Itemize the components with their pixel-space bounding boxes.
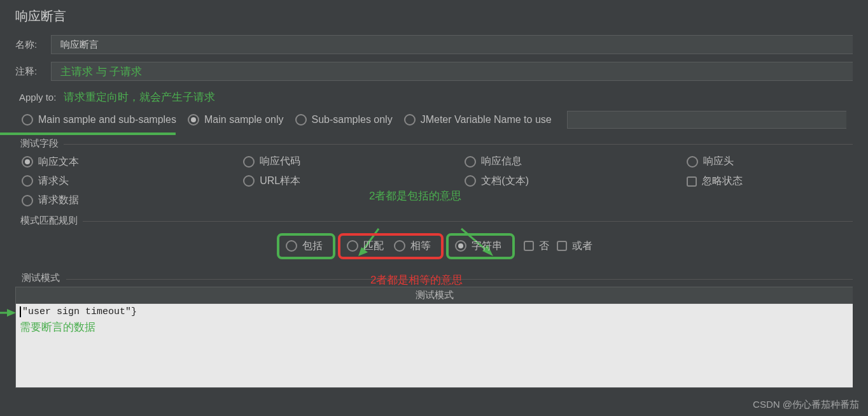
svg-marker-5	[7, 309, 16, 317]
radio-url-sample[interactable]: URL样本	[243, 175, 300, 188]
radio-circle-icon	[404, 114, 416, 126]
pattern-rules-legend: 模式匹配规则	[15, 215, 83, 227]
radio-label: 文档(文本)	[481, 175, 529, 188]
radio-label: 响应头	[703, 155, 734, 168]
test-pattern-legend: 测试模式	[15, 271, 66, 287]
radio-label: Main sample only	[204, 114, 284, 126]
comment-label: 注释:	[15, 66, 51, 78]
radio-circle-icon	[286, 240, 297, 252]
radio-circle-icon	[465, 156, 476, 168]
checkbox-or[interactable]: 或者	[557, 240, 592, 253]
radio-label: JMeter Variable Name to use	[421, 114, 552, 126]
test-pattern-row[interactable]: "user sign timeout"}	[20, 306, 137, 317]
radio-document-text[interactable]: 文档(文本)	[465, 175, 529, 188]
checkbox-box-icon	[557, 241, 567, 251]
checkbox-label: 忽略状态	[702, 175, 743, 188]
panel-title: 响应断言	[0, 0, 868, 31]
radio-circle-icon	[243, 175, 255, 187]
apply-to-label: Apply to:	[19, 92, 56, 103]
radio-circle-icon	[243, 156, 255, 168]
radio-label: 匹配	[363, 240, 384, 253]
test-pattern-body[interactable]: "user sign timeout"} 需要断言的数据	[15, 304, 853, 388]
test-pattern-header: 测试模式	[15, 287, 853, 304]
radio-label: 响应信息	[481, 155, 522, 168]
radio-circle-icon	[22, 156, 33, 168]
checkbox-box-icon	[524, 241, 534, 251]
divider	[64, 144, 853, 145]
radio-contains[interactable]: 包括	[286, 240, 323, 253]
checkbox-label: 否	[539, 240, 549, 253]
radio-label: 包括	[302, 240, 323, 253]
pattern-rules-row: 包括 匹配 相等 字符串 否 或者	[0, 227, 868, 268]
radio-main-only[interactable]: Main sample only	[188, 114, 284, 126]
radio-label: 响应文本	[38, 155, 79, 169]
watermark: CSDN @伤心番茄种番茄	[753, 399, 859, 411]
checkbox-not[interactable]: 否	[524, 240, 549, 253]
radio-label: 字符串	[472, 240, 502, 253]
pattern-rules-legend-row: 模式匹配规则	[0, 215, 868, 227]
radio-circle-icon	[687, 156, 698, 168]
radio-circle-icon	[188, 114, 199, 126]
radio-label: 响应代码	[260, 155, 300, 168]
arrow-icon	[0, 306, 16, 319]
radio-matches[interactable]: 匹配	[347, 240, 384, 253]
radio-label: URL样本	[260, 175, 300, 188]
test-pattern-section: 测试模式 2者都是相等的意思 测试模式 "user sign timeout"}…	[15, 271, 853, 388]
underline-annotation	[0, 133, 176, 135]
name-label: 名称:	[15, 39, 51, 51]
test-fields-legend-row: 测试字段	[0, 138, 868, 150]
radio-sub-only[interactable]: Sub-samples only	[295, 114, 393, 126]
apply-to-options: Main sample and sub-samples Main sample …	[0, 107, 868, 133]
radio-circle-icon	[22, 114, 33, 126]
apply-to-row: Apply to: 请求重定向时，就会产生子请求	[0, 85, 868, 107]
radio-response-headers[interactable]: 响应头	[687, 155, 734, 168]
radio-circle-icon	[394, 240, 405, 252]
radio-circle-icon	[455, 240, 466, 252]
radio-circle-icon	[22, 195, 33, 206]
radio-substring[interactable]: 字符串	[455, 240, 502, 253]
radio-label: Sub-samples only	[312, 114, 393, 126]
checkbox-label: 或者	[572, 240, 592, 253]
annotation-data: 需要断言的数据	[20, 320, 849, 334]
radio-response-code[interactable]: 响应代码	[243, 155, 300, 168]
radio-request-headers[interactable]: 请求头	[22, 175, 69, 188]
radio-circle-icon	[465, 175, 476, 187]
radio-response-message[interactable]: 响应信息	[465, 155, 522, 168]
radio-label: Main sample and sub-samples	[38, 114, 176, 126]
radio-circle-icon	[347, 240, 358, 252]
radio-main-and-sub[interactable]: Main sample and sub-samples	[22, 114, 176, 126]
test-fields-legend: 测试字段	[15, 138, 64, 150]
apply-to-annotation: 请求重定向时，就会产生子请求	[64, 90, 215, 104]
name-row: 名称:	[0, 31, 868, 58]
radio-label: 相等	[410, 240, 431, 253]
checkbox-ignore-status[interactable]: 忽略状态	[687, 175, 743, 188]
highlight-contains: 包括	[277, 233, 335, 259]
comment-input[interactable]	[51, 62, 853, 81]
name-input[interactable]	[51, 35, 853, 54]
radio-circle-icon	[22, 175, 33, 187]
checkbox-box-icon	[687, 176, 697, 187]
radio-equals[interactable]: 相等	[394, 240, 431, 253]
comment-row: 注释:	[0, 58, 868, 85]
jmeter-var-input[interactable]	[567, 111, 846, 129]
radio-label: 请求数据	[38, 194, 79, 207]
radio-label: 请求头	[38, 175, 69, 188]
highlight-substring: 字符串	[446, 233, 515, 259]
radio-request-data[interactable]: 请求数据	[22, 194, 79, 207]
test-fields-grid: 响应文本 响应代码 响应信息 响应头 请求头	[0, 150, 868, 213]
radio-circle-icon	[295, 114, 307, 126]
divider	[83, 221, 853, 222]
radio-response-text[interactable]: 响应文本	[22, 155, 79, 169]
annotation-bottom: 2者都是相等的意思	[370, 273, 463, 287]
highlight-matches-equals: 匹配 相等	[338, 233, 444, 259]
radio-jmeter-var[interactable]: JMeter Variable Name to use	[404, 114, 552, 126]
annotation-top: 2者都是包括的意思	[369, 189, 461, 203]
